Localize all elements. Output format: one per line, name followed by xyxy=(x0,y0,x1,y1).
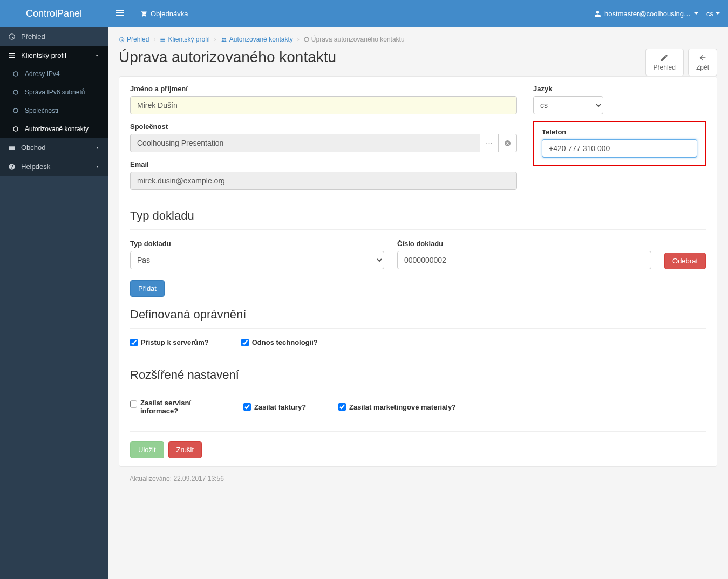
svg-point-1 xyxy=(145,16,146,17)
chevron-left-icon xyxy=(94,145,100,151)
breadcrumb-auth-contacts[interactable]: Autorizované kontakty xyxy=(221,36,293,43)
checkbox-marketing-input[interactable] xyxy=(338,403,346,411)
order-link[interactable]: Objednávka xyxy=(132,10,196,18)
company-options-button[interactable]: ⋯ xyxy=(480,134,499,152)
breadcrumb-client-profile[interactable]: Klientský profil xyxy=(160,36,209,43)
circle-icon xyxy=(12,126,19,132)
section-heading-extended: Rozšířené nastavení xyxy=(130,368,706,382)
checkbox-tech-input[interactable] xyxy=(241,339,249,346)
sidebar-item-auth-contacts[interactable]: Autorizované kontakty xyxy=(0,120,108,138)
remove-button[interactable]: Odebrat xyxy=(664,253,706,269)
sidebar-item-shop[interactable]: Obchod xyxy=(0,138,108,157)
add-button[interactable]: Přidat xyxy=(130,280,165,297)
doctype-label: Typ dokladu xyxy=(130,240,384,248)
phone-label: Telefon xyxy=(542,128,697,136)
edit-icon xyxy=(660,53,669,62)
dashboard-icon xyxy=(119,37,125,43)
circle-x-icon xyxy=(504,140,511,147)
checkbox-servers[interactable]: Přístup k serverům? xyxy=(130,338,209,346)
company-clear-button[interactable] xyxy=(499,134,517,152)
circle-icon xyxy=(12,90,19,95)
form-panel: Jméno a příjmení Společnost ⋯ xyxy=(119,76,717,467)
email-label: Email xyxy=(130,160,517,168)
svg-point-5 xyxy=(13,127,18,131)
checkbox-label: Odnos technologií? xyxy=(252,338,318,346)
circle-icon xyxy=(12,108,19,113)
breadcrumb-sep: › xyxy=(297,36,300,43)
checkbox-tech[interactable]: Odnos technologií? xyxy=(241,338,318,346)
sidebar-item-ipv6[interactable]: Správa IPv6 subnetů xyxy=(0,83,108,101)
name-input[interactable] xyxy=(130,96,517,114)
sidebar-item-ipv4[interactable]: Adresy IPv4 xyxy=(0,65,108,83)
brand[interactable]: ControlPanel xyxy=(0,8,108,19)
breadcrumb-overview[interactable]: Přehled xyxy=(119,36,149,43)
list-icon xyxy=(8,52,16,59)
lang-menu[interactable]: cs xyxy=(706,10,720,18)
sidebar-label: Společnosti xyxy=(25,107,58,114)
checkbox-service-info-input[interactable] xyxy=(130,400,137,408)
email-input xyxy=(130,172,517,190)
sidebar-label: Správa IPv6 subnetů xyxy=(25,88,85,96)
dashboard-icon xyxy=(8,33,16,40)
svg-point-2 xyxy=(13,72,18,76)
checkbox-marketing[interactable]: Zasílat marketingové materiály? xyxy=(338,399,456,415)
name-label: Jméno a příjmení xyxy=(130,85,517,93)
company-label: Společnost xyxy=(130,122,517,131)
page-title: Úprava autorizovaného kontaktu xyxy=(119,49,336,66)
sidebar-item-companies[interactable]: Společnosti xyxy=(0,101,108,120)
checkbox-invoices-input[interactable] xyxy=(243,403,251,411)
checkbox-servers-input[interactable] xyxy=(130,339,138,346)
checkbox-invoices[interactable]: Zasílat faktury? xyxy=(243,399,306,415)
menu-toggle-button[interactable] xyxy=(108,1,132,26)
breadcrumb-current: Úprava autorizovaného kontaktu xyxy=(304,36,405,43)
docnum-input[interactable] xyxy=(397,251,651,269)
divider xyxy=(130,229,706,230)
sidebar-item-helpdesk[interactable]: Helpdesk xyxy=(0,157,108,176)
main-content: Přehled › Klientský profil › Autorizovan… xyxy=(108,27,728,579)
lang-field-label: Jazyk xyxy=(533,85,706,93)
user-label: hostmaster@coolhousing… xyxy=(604,10,691,18)
breadcrumb-sep: › xyxy=(214,36,216,43)
sidebar-label: Klientský profil xyxy=(21,51,66,59)
phone-input[interactable] xyxy=(542,139,697,158)
chevron-left-icon xyxy=(94,164,100,169)
breadcrumb: Přehled › Klientský profil › Autorizovan… xyxy=(119,33,717,49)
svg-point-9 xyxy=(304,37,309,42)
back-button[interactable]: Zpět xyxy=(688,49,717,76)
doctype-select[interactable]: Pas xyxy=(130,251,384,269)
chevron-down-icon xyxy=(94,53,100,58)
save-button[interactable]: Uložit xyxy=(130,441,164,458)
company-input xyxy=(130,134,480,152)
phone-highlight-box: Telefon xyxy=(533,121,706,166)
sidebar-item-client-profile[interactable]: Klientský profil xyxy=(0,46,108,65)
breadcrumb-sep: › xyxy=(153,36,155,43)
sidebar-label: Obchod xyxy=(21,144,46,152)
user-icon xyxy=(594,10,601,17)
circle-icon xyxy=(12,71,19,77)
lang-select[interactable]: cs xyxy=(533,96,603,114)
checkbox-service-info[interactable]: Zasílat servisní informace? xyxy=(130,399,211,415)
cart-icon xyxy=(140,10,147,17)
svg-point-4 xyxy=(13,108,18,113)
sidebar: Přehled Klientský profil Adresy IPv4 Spr… xyxy=(0,27,108,579)
bars-icon xyxy=(116,9,124,17)
button-label: Zpět xyxy=(696,64,709,71)
order-label: Objednávka xyxy=(151,10,188,18)
overview-button[interactable]: Přehled xyxy=(645,49,684,76)
svg-point-3 xyxy=(13,90,18,94)
cancel-button[interactable]: Zrušit xyxy=(168,441,202,458)
caret-down-icon xyxy=(716,12,720,15)
circle-icon xyxy=(304,37,309,42)
sidebar-item-overview[interactable]: Přehled xyxy=(0,27,108,46)
checkbox-label: Zasílat faktury? xyxy=(254,403,306,411)
divider xyxy=(130,431,706,432)
credit-card-icon xyxy=(8,144,16,152)
user-menu[interactable]: hostmaster@coolhousing… xyxy=(594,10,698,18)
users-icon xyxy=(221,37,227,43)
section-heading-permissions: Definovaná oprávnění xyxy=(130,308,706,322)
sidebar-label: Helpdesk xyxy=(21,162,50,171)
arrow-left-icon xyxy=(698,53,707,62)
svg-point-8 xyxy=(224,38,226,39)
ellipsis-icon: ⋯ xyxy=(486,139,493,147)
checkbox-label: Přístup k serverům? xyxy=(141,338,209,346)
